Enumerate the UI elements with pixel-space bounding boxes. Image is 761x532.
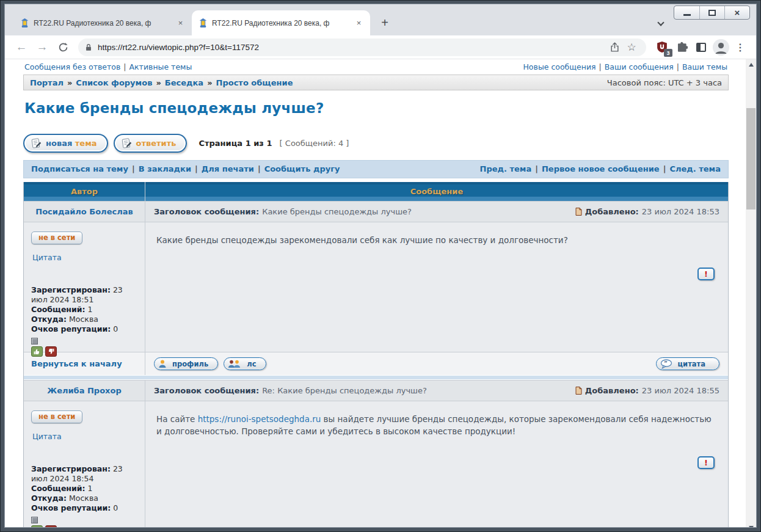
close-button[interactable]: × — [724, 6, 749, 19]
breadcrumb-forum-list[interactable]: Список форумов — [76, 78, 152, 87]
post-message: На сайте https://runoi-spetsodeghda.ru в… — [145, 401, 728, 528]
profile-avatar-icon — [713, 39, 729, 56]
profile-button-post[interactable]: профиль — [154, 357, 218, 370]
link-your-posts[interactable]: Ваши сообщения — [605, 62, 674, 71]
browser-menu-button[interactable]: ⋮ — [730, 38, 750, 56]
share-icon — [610, 42, 620, 53]
posts-table: Автор Сообщение Посидайло Болеслав Загол… — [23, 182, 729, 528]
profile-stats: Зарегистрирован: 23 июл 2024 18:54 Сообщ… — [31, 464, 140, 513]
pagination-info: Страница 1 из 1 [ Сообщений: 4 ] — [198, 139, 349, 148]
post-separator — [24, 375, 728, 380]
thumb-up-icon — [33, 527, 41, 528]
browser-tab-1[interactable]: RT22.RU Радиотехника 20 века, ф × — [13, 10, 192, 35]
back-button[interactable]: ← — [11, 38, 32, 56]
citation-link[interactable]: Цитата — [32, 253, 140, 262]
scroll-down-icon[interactable] — [746, 522, 756, 528]
scrollbar-thumb[interactable] — [746, 108, 756, 210]
extensions-button[interactable] — [672, 38, 691, 56]
page-icon — [575, 387, 582, 395]
tab-close-icon[interactable]: × — [354, 18, 364, 28]
tab-search-chevron-icon[interactable] — [658, 20, 666, 27]
thumb-down-button[interactable] — [45, 525, 57, 528]
post-profile: не в сети Цитата Зарегистрирован: 23 июл… — [24, 401, 145, 528]
link-new-posts[interactable]: Новые сообщения — [523, 62, 595, 71]
new-topic-button[interactable]: новая тема — [23, 134, 108, 153]
tab-close-icon[interactable]: × — [175, 18, 186, 28]
topic-buttons-row: новая тема ответить Страница 1 из 1 [ Со… — [23, 134, 729, 153]
link-unanswered-posts[interactable]: Сообщения без ответов — [24, 62, 120, 71]
site-favicon-icon — [20, 18, 30, 28]
topic-actions-left: Подписаться на тему|В закладки|Для печат… — [31, 164, 340, 173]
browser-window: RT22.RU Радиотехника 20 века, ф × RT22.R… — [4, 4, 757, 528]
report-post-button[interactable]: ! — [697, 456, 715, 469]
quote-post-button[interactable]: ” цитата — [656, 357, 719, 370]
topic-actions-right: Пред. тема|Первое новое сообщение|След. … — [480, 164, 721, 173]
page-number: Страница 1 из 1 — [198, 139, 272, 148]
tab-title: RT22.RU Радиотехника 20 века, ф — [212, 19, 350, 27]
post-footer-row: Вернуться к началу профиль лс ” цитата — [24, 352, 728, 375]
ublock-extension-button[interactable]: 3 — [652, 38, 672, 56]
topic-actions-bar: Подписаться на тему|В закладки|Для печат… — [23, 160, 729, 178]
email-friend-link[interactable]: Сообщить другу — [264, 164, 340, 173]
next-topic-link[interactable]: След. тема — [669, 164, 721, 173]
address-bar[interactable]: https://rt22.ru/viewtopic.php?f=10&t=117… — [78, 38, 646, 56]
tab-title: RT22.RU Радиотехника 20 века, ф — [34, 19, 172, 27]
bookmark-button[interactable]: ☆ — [623, 39, 640, 55]
breadcrumb-just-talk[interactable]: Просто общение — [216, 78, 293, 87]
external-site-link[interactable]: https://runoi-spetsodeghda.ru — [198, 414, 321, 424]
timezone-label: Часовой пояс: UTC + 3 часа — [607, 78, 722, 87]
site-favicon-icon — [198, 18, 208, 28]
post-author-link[interactable]: Посидайло Болеслав — [35, 207, 133, 216]
nav-right: Новые сообщения|Ваши сообщения|Ваши темы — [523, 62, 727, 71]
link-your-topics[interactable]: Ваши темы — [682, 62, 727, 71]
notepad-icon — [120, 137, 133, 150]
notepad-icon — [30, 137, 42, 150]
post-text: Какие бренды спецодежды зарекомендовали … — [156, 234, 717, 246]
reputation-buttons — [31, 525, 140, 528]
url-text[interactable]: https://rt22.ru/viewtopic.php?f=10&t=117… — [98, 43, 606, 52]
report-post-button[interactable]: ! — [697, 268, 715, 280]
reputation-square-icon — [31, 517, 38, 523]
forward-button[interactable]: → — [32, 38, 53, 56]
breadcrumb-besedka[interactable]: Беседка — [165, 78, 203, 87]
maximize-button[interactable] — [699, 6, 724, 19]
post-subject-row: Желиба Прохор Заголовок сообщения:Re: Ка… — [24, 380, 728, 401]
reply-button[interactable]: ответить — [114, 134, 188, 153]
profile-button[interactable] — [711, 38, 730, 56]
author-column-header: Автор — [24, 182, 145, 201]
side-panel-button[interactable] — [691, 38, 711, 56]
new-tab-button[interactable]: + — [376, 14, 393, 31]
breadcrumb-links: Портал»Список форумов»Беседка»Просто общ… — [30, 78, 293, 87]
first-new-post-link[interactable]: Первое новое сообщение — [542, 164, 660, 173]
star-icon: ☆ — [627, 41, 636, 54]
svg-text:”: ” — [664, 360, 668, 366]
scroll-up-icon[interactable] — [746, 59, 756, 70]
back-to-top-link[interactable]: Вернуться к началу — [31, 359, 122, 368]
forum-nav-row: Сообщения без ответов|Активные темы Новы… — [23, 60, 729, 75]
two-persons-icon — [228, 360, 242, 368]
window-frame: RT22.RU Радиотехника 20 века, ф × RT22.R… — [0, 0, 761, 532]
vertical-scrollbar[interactable] — [746, 59, 756, 528]
private-message-button[interactable]: лс — [224, 357, 266, 370]
subscribe-link[interactable]: Подписаться на тему — [31, 164, 128, 173]
sidebar-icon — [696, 43, 706, 52]
breadcrumb: Портал»Список форумов»Беседка»Просто общ… — [23, 75, 729, 90]
tab-strip: RT22.RU Радиотехника 20 века, ф × RT22.R… — [5, 4, 756, 35]
bookmark-topic-link[interactable]: В закладки — [139, 164, 191, 173]
post-subject: Re: Какие бренды спецодежды лучше? — [262, 386, 427, 395]
previous-topic-link[interactable]: Пред. тема — [480, 164, 532, 173]
breadcrumb-portal[interactable]: Портал — [30, 78, 64, 87]
minimize-icon — [683, 14, 691, 16]
minimize-button[interactable] — [674, 6, 699, 19]
post-body-row: не в сети Цитата Зарегистрирован: 23 июл… — [24, 222, 728, 352]
share-button[interactable] — [606, 39, 623, 55]
citation-link[interactable]: Цитата — [32, 432, 140, 441]
print-view-link[interactable]: Для печати — [202, 164, 254, 173]
kebab-menu-icon: ⋮ — [735, 42, 745, 53]
post-author-link[interactable]: Желиба Прохор — [47, 386, 121, 395]
browser-tab-2-active[interactable]: RT22.RU Радиотехника 20 века, ф × — [192, 10, 370, 35]
link-active-topics[interactable]: Активные темы — [129, 62, 192, 71]
profile-stats: Зарегистрирован: 23 июл 2024 18:51 Сообщ… — [31, 285, 140, 334]
reload-button[interactable] — [53, 38, 73, 56]
thumb-up-button[interactable] — [31, 525, 43, 528]
